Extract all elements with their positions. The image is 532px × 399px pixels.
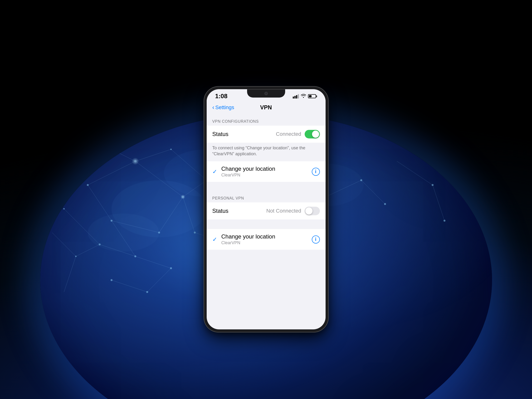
svg-point-55 — [194, 232, 196, 234]
svg-point-42 — [111, 220, 113, 222]
back-button[interactable]: ‹ Settings — [212, 104, 234, 111]
toggle-knob — [312, 131, 319, 138]
svg-line-19 — [76, 244, 100, 256]
personal-vpn-item-name: Change your location — [222, 234, 309, 240]
page-title: VPN — [260, 104, 272, 111]
vpn-item-card: ✓ Change your location ClearVPN i — [207, 161, 326, 182]
notch — [247, 89, 285, 97]
personal-vpn-toggle[interactable] — [305, 207, 320, 215]
svg-point-69 — [181, 195, 185, 199]
personal-vpn-status-row: Status Not Connected — [207, 203, 326, 220]
vpn-item-name: Change your location — [222, 166, 309, 172]
info-icon: i — [315, 169, 317, 175]
vpn-status-row: Status Connected — [207, 126, 326, 143]
personal-info-icon: i — [315, 237, 317, 242]
svg-point-43 — [170, 149, 172, 150]
vpn-toggle[interactable] — [305, 130, 320, 138]
svg-point-38 — [87, 184, 89, 186]
personal-vpn-status-right: Not Connected — [266, 207, 320, 215]
checkmark-icon: ✓ — [212, 168, 218, 175]
status-time: 1:08 — [215, 93, 228, 100]
personal-vpn-item-info: Change your location ClearVPN — [222, 234, 309, 246]
svg-point-1 — [88, 214, 159, 252]
personal-vpn-card: Status Not Connected — [207, 203, 326, 220]
svg-point-61 — [63, 208, 65, 209]
svg-point-57 — [111, 149, 112, 150]
vpn-content: VPN CONFIGURATIONS Status Connected To c… — [207, 115, 326, 250]
back-chevron-icon: ‹ — [212, 104, 215, 111]
svg-line-31 — [135, 256, 171, 268]
svg-point-53 — [360, 179, 362, 181]
vpn-configurations-card: Status Connected — [207, 126, 326, 143]
svg-point-63 — [111, 279, 113, 281]
personal-vpn-status-label: Status — [212, 208, 228, 215]
svg-line-34 — [397, 161, 433, 185]
svg-line-8 — [88, 185, 112, 221]
personal-vpn-header: PERSONAL VPN — [207, 192, 326, 203]
svg-line-4 — [88, 161, 135, 185]
svg-point-64 — [146, 291, 148, 293]
personal-vpn-item-subtitle: ClearVPN — [222, 241, 309, 246]
personal-vpn-info-button[interactable]: i — [312, 235, 320, 243]
vpn-item-subtitle: ClearVPN — [222, 173, 309, 178]
svg-point-66 — [132, 158, 139, 165]
status-icons — [293, 94, 317, 99]
svg-line-32 — [76, 149, 112, 161]
svg-line-29 — [112, 280, 147, 292]
personal-checkmark-icon: ✓ — [212, 236, 218, 243]
svg-point-62 — [75, 256, 76, 257]
svg-point-60 — [443, 220, 445, 222]
svg-point-54 — [384, 203, 386, 205]
svg-point-41 — [158, 232, 160, 234]
svg-point-58 — [75, 160, 76, 162]
svg-line-35 — [433, 185, 444, 221]
signal-icon — [293, 94, 299, 98]
phone-frame: 1:08 — [204, 87, 328, 332]
personal-vpn-divider — [207, 220, 326, 229]
svg-point-49 — [134, 255, 136, 257]
vpn-status-label: Status — [212, 131, 228, 137]
vpn-status-value: Connected — [276, 131, 301, 137]
front-camera — [265, 92, 268, 95]
phone-device: 1:08 — [204, 87, 328, 332]
svg-line-36 — [52, 233, 76, 256]
personal-vpn-status-value: Not Connected — [266, 208, 301, 214]
svg-line-9 — [135, 149, 171, 161]
svg-point-59 — [432, 184, 434, 186]
back-label: Settings — [215, 104, 234, 111]
svg-line-37 — [64, 256, 76, 292]
svg-point-65 — [170, 267, 172, 269]
phone-screen: 1:08 — [207, 89, 326, 329]
vpn-info-text: To connect using “Change your location”,… — [207, 143, 326, 161]
battery-icon — [308, 94, 317, 98]
vpn-status-right: Connected — [276, 130, 320, 138]
section-divider — [207, 182, 326, 192]
vpn-item-row[interactable]: ✓ Change your location ClearVPN i — [207, 161, 326, 182]
vpn-item-info: Change your location ClearVPN — [222, 166, 309, 178]
svg-line-25 — [361, 180, 385, 204]
wifi-icon — [301, 94, 306, 99]
personal-vpn-item-row[interactable]: ✓ Change your location ClearVPN i — [207, 229, 326, 250]
vpn-configurations-header: VPN CONFIGURATIONS — [207, 115, 326, 126]
svg-line-30 — [147, 268, 171, 292]
personal-toggle-knob — [305, 208, 312, 215]
personal-vpn-item-card: ✓ Change your location ClearVPN i — [207, 229, 326, 250]
svg-line-33 — [112, 149, 135, 161]
svg-point-48 — [99, 243, 101, 245]
vpn-info-button[interactable]: i — [312, 168, 320, 176]
navigation-bar: ‹ Settings VPN — [207, 102, 326, 115]
